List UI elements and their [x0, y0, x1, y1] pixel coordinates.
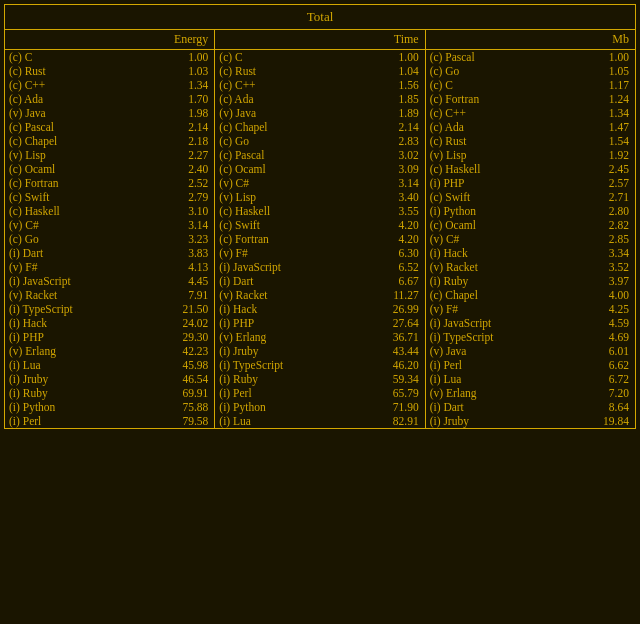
lang-value: 1.04 [359, 64, 425, 78]
lang-name: (c) Ada [215, 92, 358, 106]
table-row: (v) Java6.01 [426, 344, 635, 358]
lang-value: 2.57 [569, 176, 635, 190]
table-row: (v) F#6.30 [215, 246, 424, 260]
table-row: (c) Go2.83 [215, 134, 424, 148]
lang-value: 3.52 [569, 260, 635, 274]
lang-value: 3.97 [569, 274, 635, 288]
lang-value: 3.83 [138, 246, 214, 260]
lang-name: (c) Haskell [215, 204, 358, 218]
table-row: (c) Pascal2.14 [5, 120, 214, 134]
table-row: (i) Jruby43.44 [215, 344, 424, 358]
lang-name: (v) Erlang [426, 386, 569, 400]
lang-value: 6.62 [569, 358, 635, 372]
table-row: (v) Racket7.91 [5, 288, 214, 302]
lang-name: (i) Jruby [5, 372, 138, 386]
time-col-value: Time [359, 30, 425, 50]
lang-name: (c) Go [215, 134, 358, 148]
lang-value: 27.64 [359, 316, 425, 330]
table-row: (i) PHP2.57 [426, 176, 635, 190]
lang-value: 3.55 [359, 204, 425, 218]
table-row: (v) Lisp1.92 [426, 148, 635, 162]
lang-name: (i) TypeScript [5, 302, 138, 316]
table-row: (i) Hack3.34 [426, 246, 635, 260]
lang-value: 1.00 [138, 50, 214, 65]
table-row: (i) Python71.90 [215, 400, 424, 414]
lang-name: (c) Ada [426, 120, 569, 134]
table-row: (v) Lisp3.40 [215, 190, 424, 204]
lang-name: (v) C# [5, 218, 138, 232]
table-row: (v) F#4.13 [5, 260, 214, 274]
table-row: (v) Lisp2.27 [5, 148, 214, 162]
lang-name: (c) C++ [215, 78, 358, 92]
lang-name: (i) Dart [426, 400, 569, 414]
lang-name: (c) Fortran [215, 232, 358, 246]
lang-name: (i) JavaScript [215, 260, 358, 274]
table-row: (c) Haskell2.45 [426, 162, 635, 176]
lang-name: (i) PHP [215, 316, 358, 330]
lang-value: 1.05 [569, 64, 635, 78]
lang-name: (c) Fortran [426, 92, 569, 106]
lang-value: 36.71 [359, 330, 425, 344]
table-row: (i) JavaScript4.59 [426, 316, 635, 330]
lang-value: 43.44 [359, 344, 425, 358]
table-row: (i) Ruby3.97 [426, 274, 635, 288]
lang-name: (i) PHP [5, 330, 138, 344]
lang-value: 2.27 [138, 148, 214, 162]
table-row: (i) JavaScript6.52 [215, 260, 424, 274]
lang-name: (c) Pascal [215, 148, 358, 162]
lang-name: (c) Pascal [5, 120, 138, 134]
time-col-name [215, 30, 358, 50]
lang-value: 24.02 [138, 316, 214, 330]
lang-name: (i) PHP [426, 176, 569, 190]
lang-value: 1.00 [569, 50, 635, 65]
lang-name: (i) Jruby [215, 344, 358, 358]
lang-value: 1.56 [359, 78, 425, 92]
table-row: (v) Racket3.52 [426, 260, 635, 274]
page-title: Total [5, 5, 635, 30]
lang-name: (v) C# [215, 176, 358, 190]
lang-value: 2.85 [569, 232, 635, 246]
lang-value: 2.82 [569, 218, 635, 232]
lang-name: (v) Lisp [426, 148, 569, 162]
table-row: (c) Rust1.04 [215, 64, 424, 78]
lang-value: 82.91 [359, 414, 425, 428]
energy-col-name [5, 30, 138, 50]
lang-name: (c) Rust [426, 134, 569, 148]
lang-name: (v) Java [5, 106, 138, 120]
table-row: (v) C#3.14 [5, 218, 214, 232]
table-row: (c) Swift4.20 [215, 218, 424, 232]
lang-value: 71.90 [359, 400, 425, 414]
table-row: (i) Ruby69.91 [5, 386, 214, 400]
lang-value: 79.58 [138, 414, 214, 428]
mb-section: Mb (c) Pascal1.00(c) Go1.05(c) C1.17(c) … [426, 30, 635, 428]
lang-name: (c) C++ [426, 106, 569, 120]
lang-value: 2.45 [569, 162, 635, 176]
mb-col-value: Mb [569, 30, 635, 50]
lang-name: (v) Lisp [215, 190, 358, 204]
lang-name: (v) Racket [215, 288, 358, 302]
lang-value: 29.30 [138, 330, 214, 344]
lang-value: 1.85 [359, 92, 425, 106]
table-row: (c) Rust1.54 [426, 134, 635, 148]
lang-value: 3.34 [569, 246, 635, 260]
lang-value: 6.30 [359, 246, 425, 260]
lang-value: 45.98 [138, 358, 214, 372]
lang-name: (v) Java [426, 344, 569, 358]
lang-name: (i) Hack [215, 302, 358, 316]
table-row: (i) Ruby59.34 [215, 372, 424, 386]
lang-value: 1.70 [138, 92, 214, 106]
lang-value: 3.10 [138, 204, 214, 218]
lang-name: (v) Erlang [5, 344, 138, 358]
table-row: (i) Perl79.58 [5, 414, 214, 428]
lang-name: (v) Erlang [215, 330, 358, 344]
lang-name: (v) Lisp [5, 148, 138, 162]
lang-name: (c) Swift [5, 190, 138, 204]
table-row: (i) PHP27.64 [215, 316, 424, 330]
table-row: (i) Lua45.98 [5, 358, 214, 372]
lang-name: (v) F# [5, 260, 138, 274]
table-row: (i) Perl6.62 [426, 358, 635, 372]
table-row: (c) Ocaml2.82 [426, 218, 635, 232]
lang-value: 26.99 [359, 302, 425, 316]
lang-name: (i) Dart [215, 274, 358, 288]
lang-name: (c) Rust [5, 64, 138, 78]
